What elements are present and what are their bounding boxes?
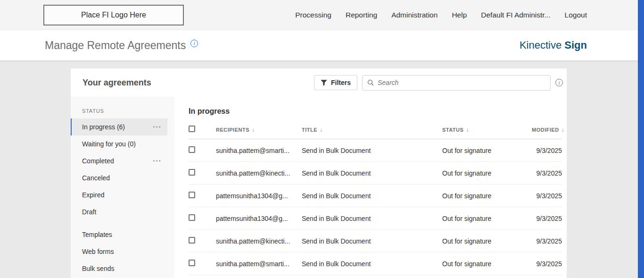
- agreements-card: Your agreements Filters i: [71, 68, 567, 278]
- cell-title: Send in Bulk Document: [302, 169, 442, 177]
- column-label: TITLE: [302, 127, 317, 133]
- filter-funnel-icon: [321, 80, 327, 86]
- agreements-title: Your agreements: [83, 78, 151, 88]
- checkbox-cell: [189, 126, 216, 134]
- sidebar-item-label: Expired: [82, 191, 104, 199]
- cell-modified: 9/3/2025: [532, 215, 562, 222]
- card-body: STATUS In progress (6)···Waiting for you…: [71, 97, 567, 278]
- sidebar-item-draft[interactable]: Draft: [71, 203, 167, 220]
- cell-status: Out for signature: [442, 260, 532, 268]
- cell-status: Out for signature: [442, 215, 532, 222]
- sidebar-item-expired[interactable]: Expired: [71, 186, 167, 203]
- checkbox-cell: [189, 214, 216, 222]
- sidebar-item-label: Waiting for you (0): [82, 140, 136, 148]
- sidebar-item-in-progress-6[interactable]: In progress (6)···: [71, 118, 167, 135]
- top-nav: ProcessingReportingAdministrationHelpDef…: [295, 11, 644, 19]
- sidebar-item-web-forms[interactable]: Web forms: [71, 243, 167, 260]
- nav-processing[interactable]: Processing: [295, 11, 331, 19]
- fi-logo-label: Place FI Logo Here: [81, 11, 146, 19]
- vertical-scrollbar[interactable]: [638, 0, 644, 278]
- top-bar: Place FI Logo Here ProcessingReportingAd…: [0, 0, 644, 30]
- checkbox-cell: [189, 192, 216, 200]
- cell-modified: 9/3/2025: [532, 260, 562, 268]
- sidebar-item-label: Completed: [82, 157, 114, 165]
- row-checkbox[interactable]: [189, 192, 195, 198]
- sidebar-item-label: Canceled: [82, 174, 110, 182]
- status-list: In progress (6)···Waiting for you (0)Com…: [71, 118, 174, 220]
- column-label: RECIPIENTS: [216, 127, 249, 133]
- overflow-menu-icon[interactable]: ···: [153, 123, 162, 131]
- row-checkbox[interactable]: [189, 146, 195, 153]
- sidebar-item-label: Draft: [82, 208, 96, 216]
- cell-status: Out for signature: [442, 169, 532, 177]
- nav-reporting[interactable]: Reporting: [346, 11, 377, 19]
- nav-default-fi-administr[interactable]: Default FI Administr...: [481, 11, 550, 19]
- cell-modified: 9/3/2025: [532, 147, 562, 154]
- sort-arrow-icon: ↓: [561, 126, 565, 133]
- table-row[interactable]: sunitha.pattem@smarti...Send in Bulk Doc…: [189, 139, 562, 162]
- table-row[interactable]: sunitha.pattem@kinecti...Send in Bulk Do…: [189, 162, 562, 185]
- column-label: MODIFIED: [532, 127, 559, 133]
- brand-logo: Kinective Sign: [520, 39, 644, 51]
- row-checkbox[interactable]: [189, 169, 195, 176]
- cell-title: Send in Bulk Document: [302, 147, 442, 154]
- table-row[interactable]: pattemsunitha1304@g...Send in Bulk Docum…: [189, 207, 562, 230]
- sidebar-section-label: STATUS: [71, 102, 174, 118]
- cell-recipients: sunitha.pattem@smarti...: [216, 260, 302, 268]
- checkbox-cell: [189, 146, 216, 154]
- nav-administration[interactable]: Administration: [391, 11, 438, 19]
- sidebar-item-waiting-for-you-0[interactable]: Waiting for you (0): [71, 135, 167, 152]
- header-controls: Filters i: [314, 75, 563, 91]
- select-all-checkbox[interactable]: [189, 126, 195, 132]
- search-icon: [367, 79, 374, 86]
- cell-status: Out for signature: [442, 192, 532, 200]
- cell-title: Send in Bulk Document: [302, 215, 442, 222]
- column-header-modified[interactable]: MODIFIED↓: [532, 126, 564, 133]
- sidebar-item-completed[interactable]: Completed···: [71, 152, 167, 169]
- cell-modified: 9/3/2025: [532, 237, 562, 245]
- column-header-title[interactable]: TITLE↓: [302, 126, 442, 133]
- cell-recipients: sunitha.pattem@smarti...: [216, 147, 302, 154]
- page-title-wrap: Manage Remote Agreements i: [45, 39, 198, 52]
- cell-recipients: pattemsunitha1304@g...: [216, 215, 302, 222]
- table-body: sunitha.pattem@smarti...Send in Bulk Doc…: [189, 139, 562, 275]
- other-list: TemplatesWeb formsBulk sends: [71, 226, 174, 277]
- sidebar-item-label: Templates: [82, 231, 112, 238]
- overflow-menu-icon[interactable]: ···: [153, 157, 162, 165]
- table-row[interactable]: sunitha.pattem@smarti...Send in Bulk Doc…: [189, 253, 562, 275]
- page-header: Manage Remote Agreements i Kinective Sig…: [0, 30, 644, 60]
- column-header-recipients[interactable]: RECIPIENTS↓: [216, 126, 302, 133]
- cell-title: Send in Bulk Document: [302, 237, 442, 245]
- page-content: Your agreements Filters i: [0, 60, 644, 278]
- row-checkbox[interactable]: [189, 214, 195, 221]
- cell-recipients: sunitha.pattem@kinecti...: [216, 169, 302, 177]
- sidebar-item-label: In progress (6): [82, 123, 125, 131]
- cell-status: Out for signature: [442, 237, 532, 245]
- table-section-title: In progress: [189, 107, 562, 116]
- filters-button[interactable]: Filters: [314, 75, 357, 90]
- cell-status: Out for signature: [442, 147, 532, 154]
- nav-logout[interactable]: Logout: [565, 11, 587, 19]
- table-header-row: RECIPIENTS↓TITLE↓STATUS↓MODIFIED↓: [189, 120, 562, 139]
- sort-arrow-icon: ↓: [252, 126, 255, 133]
- page-info-icon[interactable]: i: [190, 40, 198, 47]
- table-row[interactable]: pattemsunitha1304@g...Send in Bulk Docum…: [189, 185, 562, 207]
- filters-label: Filters: [331, 79, 351, 86]
- cell-title: Send in Bulk Document: [302, 260, 442, 268]
- search-input[interactable]: [378, 79, 545, 86]
- row-checkbox[interactable]: [189, 237, 195, 244]
- column-header-status[interactable]: STATUS↓: [442, 126, 532, 133]
- sidebar-item-bulk-sends[interactable]: Bulk sends: [71, 260, 167, 277]
- checkbox-cell: [189, 237, 216, 245]
- row-checkbox[interactable]: [189, 260, 195, 266]
- agreements-info-icon[interactable]: i: [555, 79, 563, 86]
- cell-modified: 9/3/2025: [532, 169, 562, 177]
- sidebar-item-canceled[interactable]: Canceled: [71, 169, 167, 186]
- table-row[interactable]: sunitha.pattem@kinecti...Send in Bulk Do…: [189, 230, 562, 253]
- sidebar-item-label: Bulk sends: [82, 265, 114, 272]
- sidebar-item-templates[interactable]: Templates: [71, 226, 167, 243]
- cell-modified: 9/3/2025: [532, 192, 562, 200]
- fi-logo-placeholder: Place FI Logo Here: [43, 5, 184, 25]
- cell-recipients: sunitha.pattem@kinecti...: [216, 237, 302, 245]
- nav-help[interactable]: Help: [452, 11, 467, 19]
